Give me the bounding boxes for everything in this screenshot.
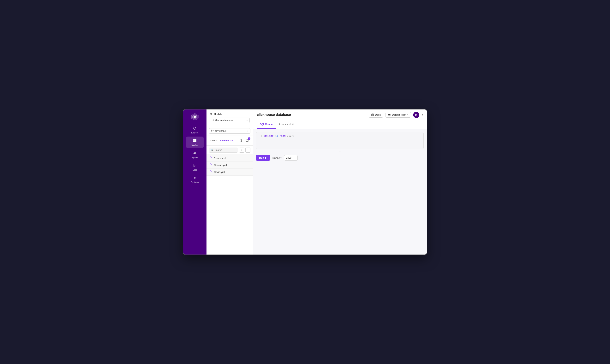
left-nav: Explore Models Signals <box>183 109 207 255</box>
app-window: Explore Models Signals <box>183 109 427 255</box>
deploy-button[interactable]: 3 <box>245 138 250 143</box>
version-hash[interactable]: 4b054b40aa... <box>219 139 235 142</box>
team-chevron-icon: ▾ <box>407 114 408 116</box>
svg-point-17 <box>211 131 212 132</box>
tab-actors-yml[interactable]: Actors.yml ✕ <box>276 120 297 129</box>
signals-label: Signals <box>191 156 198 159</box>
search-row: 🔍 + ⋯ <box>207 146 253 155</box>
team-selector[interactable]: Default team ▾ <box>385 112 411 117</box>
svg-line-4 <box>196 129 197 130</box>
tab-actors-yml-label: Actors.yml <box>279 123 291 126</box>
svg-point-15 <box>211 130 212 130</box>
svg-rect-6 <box>195 139 197 141</box>
sidebar-title-row: ⊞ Models <box>210 113 250 116</box>
file-icon <box>210 170 212 174</box>
team-label: Default team <box>392 113 406 116</box>
file-name: Actors.yml <box>214 157 226 160</box>
svg-point-27 <box>390 114 390 115</box>
svg-rect-10 <box>194 164 196 167</box>
svg-point-26 <box>389 114 390 115</box>
version-actions: 3 <box>239 138 250 143</box>
file-list: Actors.yml Checks.yml Co <box>207 155 253 255</box>
branch-selector[interactable]: dev-default ▾ <box>209 128 251 134</box>
main-content: clickhouse database Docs <box>253 109 427 255</box>
main-header: clickhouse database Docs <box>253 109 427 120</box>
sidebar-item-settings[interactable]: Settings <box>186 174 204 185</box>
sql-line-1: 1 SELECT id FROM users <box>259 135 420 138</box>
search-input-wrap: 🔍 <box>209 148 238 153</box>
run-arrow-icon: ▶ <box>265 156 267 159</box>
team-icon <box>388 114 391 116</box>
list-item[interactable]: Covid.yml <box>207 169 253 176</box>
branch-selector-value: dev-default <box>215 130 226 132</box>
svg-rect-5 <box>193 139 195 141</box>
search-icon: 🔍 <box>211 149 213 151</box>
run-button[interactable]: Run ▶ <box>256 155 270 161</box>
explore-label: Explore <box>191 131 198 134</box>
list-item[interactable]: Actors.yml <box>207 155 253 162</box>
sidebar-header: ⊞ Models clickhouse database ▾ <box>207 109 253 126</box>
database-selector[interactable]: clickhouse database ▾ <box>210 117 250 123</box>
svg-rect-7 <box>193 141 195 142</box>
file-icon <box>210 163 212 167</box>
svg-point-14 <box>194 177 196 179</box>
tab-sql-runner-label: SQL Runner <box>260 123 273 126</box>
database-chevron-icon: ▾ <box>247 119 248 121</box>
sidebar-version: Version: 4b054b40aa... 3 <box>207 136 253 146</box>
file-icon <box>210 156 212 160</box>
tabs-bar: SQL Runner Actors.yml ✕ <box>253 120 427 129</box>
avatar-chevron-icon: ▾ <box>422 114 423 116</box>
row-limit-label: Row Limit <box>272 156 282 159</box>
sql-editor[interactable]: 1 SELECT id FROM users <box>256 132 424 149</box>
models-icon <box>193 139 197 143</box>
header-actions: Docs Default team ▾ M ▾ <box>369 112 423 118</box>
add-model-button[interactable]: + <box>239 148 244 153</box>
sql-table: users <box>287 135 294 138</box>
sidebar-item-logs[interactable]: Logs <box>186 161 204 173</box>
branch-selector-row: dev-default ▾ <box>207 126 253 136</box>
query-toolbar: Run ▶ Row Limit <box>253 153 427 162</box>
run-label: Run <box>259 156 264 159</box>
search-input[interactable] <box>215 149 236 151</box>
sql-select-keyword: SELECT <box>264 135 273 138</box>
sidebar-title: ⊞ Models <box>210 113 222 116</box>
copy-version-button[interactable] <box>239 138 243 143</box>
deploy-badge: 3 <box>248 137 251 140</box>
logs-icon <box>193 163 197 168</box>
branch-chevron-icon: ▾ <box>247 130 248 132</box>
file-name: Covid.yml <box>214 170 225 173</box>
sidebar-title-icon: ⊞ <box>210 113 212 116</box>
file-name: Checks.yml <box>214 164 227 167</box>
docs-button[interactable]: Docs <box>369 112 383 117</box>
models-label: Models <box>191 144 198 146</box>
sidebar-item-signals[interactable]: Signals <box>186 149 204 160</box>
sidebar-item-models[interactable]: Models <box>186 137 204 148</box>
branch-icon <box>211 130 214 132</box>
line-number: 1 <box>259 135 262 138</box>
version-label: Version: <box>210 139 218 142</box>
settings-icon <box>193 176 197 180</box>
database-selector-value: clickhouse database <box>212 119 233 122</box>
signals-icon <box>193 151 197 156</box>
page-title: clickhouse database <box>257 113 291 117</box>
docs-icon <box>371 114 374 116</box>
close-tab-icon[interactable]: ✕ <box>292 123 294 125</box>
tab-sql-runner[interactable]: SQL Runner <box>257 120 276 129</box>
sidebar-item-explore[interactable]: Explore <box>186 124 204 136</box>
more-options-button[interactable]: ⋯ <box>245 148 251 153</box>
svg-rect-18 <box>240 140 241 142</box>
row-limit-input[interactable] <box>284 155 298 160</box>
sql-code: SELECT id FROM users <box>264 135 294 138</box>
sql-from-keyword: FROM <box>279 135 285 138</box>
list-item[interactable]: Checks.yml <box>207 162 253 169</box>
avatar[interactable]: M <box>413 112 419 118</box>
svg-rect-8 <box>195 141 197 142</box>
docs-label: Docs <box>375 113 381 116</box>
sidebar: ⊞ Models clickhouse database ▾ <box>207 109 253 255</box>
resize-handle[interactable]: + <box>253 149 427 153</box>
app-logo[interactable] <box>191 113 199 121</box>
svg-point-16 <box>213 130 213 130</box>
sql-field: id <box>275 135 278 138</box>
settings-label: Settings <box>191 181 199 183</box>
explore-icon <box>193 126 197 131</box>
